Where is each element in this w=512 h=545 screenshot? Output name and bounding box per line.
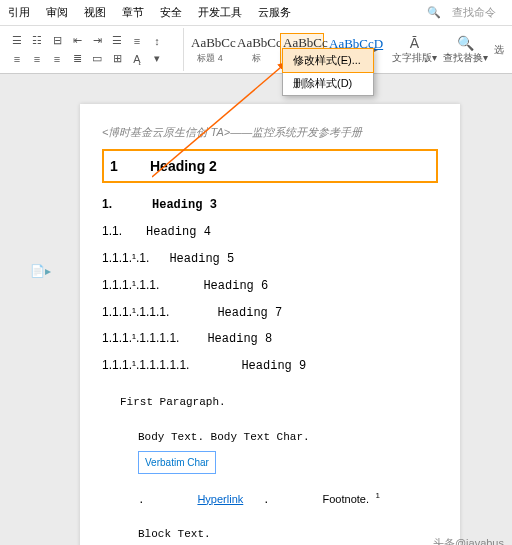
indent-right-icon[interactable]: ⇥ — [88, 33, 106, 49]
heading-line[interactable]: 1.1.1.¹.1.1.1.1.Heading 8 — [102, 327, 438, 351]
menu-bar: 引用 审阅 视图 章节 安全 开发工具 云服务 🔍 查找命令 — [0, 0, 512, 26]
find-replace-button[interactable]: 🔍查找替换▾ — [443, 35, 488, 65]
number-list-icon[interactable]: ☷ — [28, 33, 46, 49]
heading-line[interactable]: 1.1.Heading 4 — [102, 220, 438, 244]
block-text[interactable]: Block Text. — [138, 524, 438, 545]
align-right-icon[interactable]: ≡ — [48, 51, 66, 67]
justify-icon[interactable]: ≡ — [128, 33, 146, 49]
line-spacing-icon[interactable]: ↕ — [148, 33, 166, 49]
menu-item[interactable]: 章节 — [114, 2, 152, 23]
modify-style-item[interactable]: 修改样式(E)... — [282, 48, 374, 73]
style-context-menu: 修改样式(E)... 删除样式(D) — [282, 48, 374, 96]
text-layout-icon: Ā — [392, 35, 437, 51]
shading-icon[interactable]: ▭ — [88, 51, 106, 67]
align-left-icon[interactable]: ≡ — [8, 51, 26, 67]
right-tools: Ā文字排版▾ 🔍查找替换▾ 选 — [388, 35, 508, 65]
ribbon-toolbar: ☰ ☷ ⊟ ⇤ ⇥ ☰ ≡ ↕ ≡ ≡ ≡ ≣ ▭ ⊞ Ą ▾ AaBbCc 标… — [0, 26, 512, 74]
sort-icon[interactable]: ▾ — [148, 51, 166, 67]
heading-line[interactable]: 1.1.1.¹.1.Heading 5 — [102, 247, 438, 271]
watermark: 头条@javabus — [433, 536, 504, 545]
menu-item[interactable]: 开发工具 — [190, 2, 250, 23]
border-icon[interactable]: ⊞ — [108, 51, 126, 67]
menu-item[interactable]: 云服务 — [250, 2, 299, 23]
indent-left-icon[interactable]: ⇤ — [68, 33, 86, 49]
bullet-list-icon[interactable]: ☰ — [8, 33, 26, 49]
comment-icon[interactable]: 📄▸ — [30, 264, 51, 278]
verbatim-char[interactable]: Verbatim Char — [138, 451, 216, 474]
page-header: <博时基金云原生信创 TA>——监控系统开发参考手册 — [102, 122, 438, 143]
document-area: 📄▸ <博时基金云原生信创 TA>——监控系统开发参考手册 1 Heading … — [0, 74, 512, 545]
tab-icon[interactable]: Ą — [128, 51, 146, 67]
command-search[interactable]: 🔍 查找命令 — [419, 2, 512, 23]
menu-item[interactable]: 安全 — [152, 2, 190, 23]
heading-line[interactable]: 1.1.1.¹.1.1.1.1.1.Heading 9 — [102, 354, 438, 378]
delete-style-item[interactable]: 删除样式(D) — [283, 72, 373, 95]
body-text[interactable]: Body Text. Body Text Char. — [138, 427, 438, 448]
text-layout-button[interactable]: Ā文字排版▾ — [392, 35, 437, 65]
menu-item[interactable]: 审阅 — [38, 2, 76, 23]
menu-item[interactable]: 视图 — [76, 2, 114, 23]
align-center-icon[interactable]: ≡ — [28, 51, 46, 67]
heading-line[interactable]: 1.Heading 3 — [102, 193, 438, 217]
distribute-icon[interactable]: ≣ — [68, 51, 86, 67]
style-item[interactable]: AaBbCc 标题 4 — [188, 33, 232, 67]
first-paragraph[interactable]: First Paragraph. — [120, 392, 438, 413]
style-item[interactable]: AaBbCc 标 — [234, 33, 278, 67]
heading-2-box[interactable]: 1 Heading 2 — [102, 149, 438, 184]
menu-item[interactable]: 引用 — [0, 2, 38, 23]
select-button[interactable]: 选 — [494, 43, 504, 57]
document-page[interactable]: <博时基金云原生信创 TA>——监控系统开发参考手册 1 Heading 2 1… — [80, 104, 460, 545]
multilevel-list-icon[interactable]: ⊟ — [48, 33, 66, 49]
heading-line[interactable]: 1.1.1.¹.1.1.Heading 6 — [102, 274, 438, 298]
align-icon[interactable]: ☰ — [108, 33, 126, 49]
search-icon: 🔍 — [443, 35, 488, 51]
hyperlink-line[interactable]: . Hyperlink . Footnote. 1 — [138, 488, 438, 511]
heading-line[interactable]: 1.1.1.¹.1.1.1.Heading 7 — [102, 301, 438, 325]
paragraph-group: ☰ ☷ ⊟ ⇤ ⇥ ☰ ≡ ↕ ≡ ≡ ≡ ≣ ▭ ⊞ Ą ▾ — [4, 28, 184, 71]
